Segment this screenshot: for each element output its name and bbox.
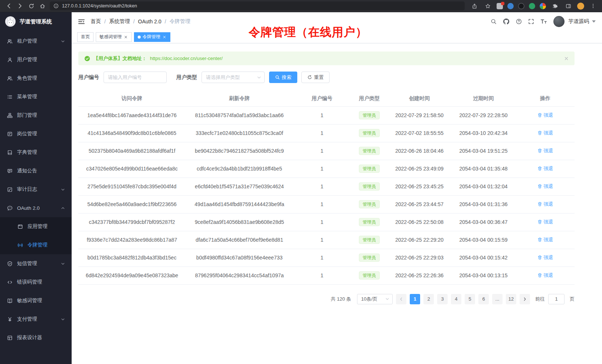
force-logout-button[interactable]: 强退 (537, 236, 553, 243)
sidebar-item-app-mgmt[interactable]: 应用管理 (0, 217, 72, 236)
side-panel-button[interactable] (564, 1, 573, 10)
address-bar[interactable]: 127.0.0.1:1024/system/oauth2/token (50, 1, 465, 10)
sidebar-item-sensitive-word[interactable]: 敏感词管理 (0, 291, 72, 310)
help-icon[interactable] (516, 19, 522, 24)
token-table: 访问令牌刷新令牌用户编号用户类型创建时间过期时间操作 1ea5e44f8bc14… (78, 91, 575, 285)
alert-close-icon[interactable] (564, 56, 569, 61)
sidebar-item-notice[interactable]: 通知公告 (0, 162, 72, 180)
user-id-input[interactable] (104, 72, 167, 83)
sidebar-item-token-mgmt[interactable]: 令牌管理 (0, 236, 72, 254)
pagination-page-4[interactable]: 4 (451, 294, 461, 304)
prev-page-button[interactable] (396, 294, 406, 304)
search-button[interactable]: 搜索 (269, 72, 297, 83)
app-logo-row[interactable]: 芋道管理系统 (0, 12, 72, 31)
fullscreen-icon[interactable] (528, 19, 534, 24)
sidebar-collapse-icon[interactable] (78, 19, 85, 25)
breadcrumb-item[interactable]: 系统管理 (109, 18, 130, 25)
browser-menu-button[interactable] (589, 1, 598, 10)
browser-back-button[interactable] (4, 1, 13, 10)
user-type-tag: 管理员 (359, 271, 380, 279)
user-avatar[interactable] (553, 16, 565, 27)
force-logout-button[interactable]: 强退 (537, 165, 553, 172)
share-button[interactable] (470, 1, 479, 10)
filter-form: 用户编号 用户类型 搜索 (78, 72, 575, 83)
goto-page-input[interactable] (548, 294, 565, 304)
tab-close-icon[interactable] (162, 35, 167, 39)
extension-icon-1[interactable] (497, 3, 503, 9)
pagination-page-12[interactable]: 12 (506, 294, 516, 304)
user-type-select-input[interactable] (202, 72, 265, 83)
sidebar-item-dept[interactable]: 部门管理 (0, 106, 72, 125)
tab-sensitive-word[interactable]: 敏感词管理 (96, 32, 132, 42)
next-page-button[interactable] (520, 294, 530, 304)
sidebar-item-user[interactable]: 用户管理 (0, 50, 72, 69)
sidebar-item-menu[interactable]: 菜单管理 (0, 87, 72, 106)
force-logout-button[interactable]: 强退 (537, 254, 553, 261)
force-logout-button[interactable]: 强退 (537, 130, 553, 136)
extension-icon-2[interactable] (507, 3, 514, 9)
success-check-icon (84, 56, 90, 62)
browser-home-button[interactable] (38, 1, 47, 10)
extension-icon-4[interactable] (529, 3, 535, 9)
extension-icon-3[interactable] (518, 3, 524, 9)
pagination-page-3[interactable]: 3 (437, 294, 448, 304)
user-type-select[interactable] (202, 72, 265, 83)
sidebar-item-pay[interactable]: 支付管理 (0, 310, 72, 328)
force-logout-button[interactable]: 强退 (537, 112, 553, 119)
sidebar-item-post[interactable]: 岗位管理 (0, 125, 72, 143)
chevron-down-icon (61, 188, 65, 192)
user-id-cell: 1 (293, 195, 351, 213)
create-time-cell: 2022-06-25 22:29:20 (388, 231, 451, 249)
pagination-more-button[interactable]: ... (492, 294, 503, 304)
user-type-cell: 管理员 (351, 124, 388, 142)
sidebar-item-error-code[interactable]: 错误码管理 (0, 273, 72, 291)
site-info-icon[interactable] (53, 3, 59, 9)
user-type-cell: 管理员 (351, 178, 388, 195)
extensions-puzzle-button[interactable] (550, 1, 559, 10)
tab-home[interactable]: 首页 (77, 32, 94, 42)
page-size-select[interactable]: 10条/页 (357, 294, 393, 304)
pagination-page-1[interactable]: 1 (410, 294, 420, 304)
extension-icon-5[interactable] (540, 3, 546, 9)
breadcrumb: 首页/系统管理/OAuth 2.0/令牌管理 (91, 18, 190, 25)
breadcrumb-item[interactable]: 首页 (91, 18, 101, 25)
goto-label: 前往 (535, 296, 545, 302)
sidebar-item-audit-log[interactable]: 审计日志 (0, 180, 72, 199)
force-logout-button[interactable]: 强退 (537, 148, 553, 154)
user-id-cell: 1 (293, 106, 351, 124)
tab-token[interactable]: 令牌管理 (134, 32, 170, 42)
reset-button[interactable]: 重置 (301, 72, 330, 83)
access-token-cell: 502375b8040a469a9b82188afdf6af1f (78, 142, 186, 160)
sidebar-item-tenant[interactable]: 租户管理 (0, 32, 72, 50)
pagination-page-6[interactable]: 6 (478, 294, 489, 304)
font-size-icon[interactable] (540, 19, 547, 24)
user-type-tag: 管理员 (359, 182, 380, 191)
table-row: c342377bf8b344799dcbf7bf095287f29ce8ef2a… (78, 213, 575, 231)
pagination-page-2[interactable]: 2 (423, 294, 434, 304)
github-icon[interactable] (503, 18, 510, 25)
sidebar-item-oauth2[interactable]: OAuth 2.0 (0, 199, 72, 217)
tab-close-icon[interactable] (124, 35, 128, 39)
force-logout-button[interactable]: 强退 (537, 272, 553, 279)
browser-forward-button[interactable] (16, 1, 24, 10)
force-logout-button[interactable]: 强退 (537, 201, 553, 208)
breadcrumb-item[interactable]: OAuth 2.0 (138, 19, 161, 24)
pagination-page-5[interactable]: 5 (465, 294, 475, 304)
browser-reload-button[interactable] (27, 1, 36, 10)
browser-profile-avatar[interactable] (577, 3, 584, 10)
user-type-cell: 管理员 (351, 213, 388, 231)
sidebar-item-dict[interactable]: 字典管理 (0, 143, 72, 162)
username[interactable]: 芋道源码 (568, 18, 589, 25)
bookmark-star-button[interactable] (483, 1, 492, 10)
sidebar-item-sms[interactable]: 短信管理 (0, 254, 72, 273)
trash-icon (537, 148, 542, 153)
access-token-cell: 54d6be82ee5a460a9aedc1f9bf223656 (78, 195, 186, 213)
caret-down-icon[interactable] (592, 20, 596, 23)
sidebar-item-report-designer[interactable]: 报表设计器 (0, 328, 72, 347)
create-time-cell: 2022-06-26 18:04:46 (388, 142, 451, 160)
force-logout-button[interactable]: 强退 (537, 219, 553, 225)
search-icon[interactable] (491, 19, 497, 24)
force-logout-button[interactable]: 强退 (537, 183, 553, 190)
sidebar-item-role[interactable]: 角色管理 (0, 69, 72, 87)
doc-link[interactable]: https://doc.iocoder.cn/user-center/ (150, 56, 223, 61)
